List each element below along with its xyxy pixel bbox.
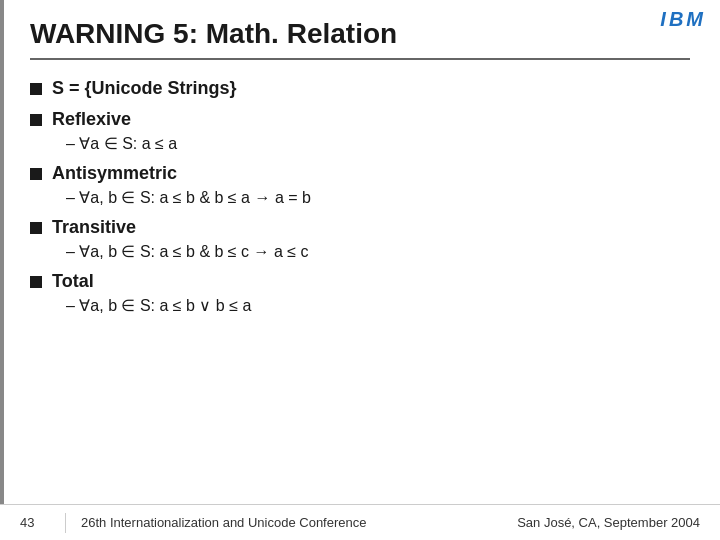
bullet-square-2	[30, 168, 42, 180]
main-bullet-2: Antisymmetric	[30, 163, 690, 184]
section-unicode-strings: S = {Unicode Strings}	[30, 78, 690, 99]
sub-bullet-4: – ∀a, b ∈ S: a ≤ b ∨ b ≤ a	[30, 296, 690, 315]
bullet-label-2: Antisymmetric	[52, 163, 177, 184]
section-transitive: Transitive – ∀a, b ∈ S: a ≤ b & b ≤ c → …	[30, 217, 690, 261]
bullet-square-4	[30, 276, 42, 288]
footer: 43 26th Internationalization and Unicode…	[0, 504, 720, 540]
bullet-square-3	[30, 222, 42, 234]
bullet-square-0	[30, 83, 42, 95]
footer-divider	[65, 513, 66, 533]
section-antisymmetric: Antisymmetric – ∀a, b ∈ S: a ≤ b & b ≤ a…	[30, 163, 690, 207]
slide-title: WARNING 5: Math. Relation	[30, 18, 690, 60]
bullet-label-3: Transitive	[52, 217, 136, 238]
bullet-label-4: Total	[52, 271, 94, 292]
sub-bullet-1: – ∀a ∈ S: a ≤ a	[30, 134, 690, 153]
main-bullet-3: Transitive	[30, 217, 690, 238]
sub-bullet-3: – ∀a, b ∈ S: a ≤ b & b ≤ c → a ≤ c	[30, 242, 690, 261]
section-reflexive: Reflexive – ∀a ∈ S: a ≤ a	[30, 109, 690, 153]
section-total: Total – ∀a, b ∈ S: a ≤ b ∨ b ≤ a	[30, 271, 690, 315]
sub-bullet-2: – ∀a, b ∈ S: a ≤ b & b ≤ a → a = b	[30, 188, 690, 207]
bullet-label-0: S = {Unicode Strings}	[52, 78, 237, 99]
bullet-label-1: Reflexive	[52, 109, 131, 130]
footer-page-number: 43	[20, 515, 50, 530]
slide-content: WARNING 5: Math. Relation S = {Unicode S…	[0, 0, 720, 315]
footer-conference: 26th Internationalization and Unicode Co…	[81, 515, 517, 530]
footer-location: San José, CA, September 2004	[517, 515, 700, 530]
main-bullet-1: Reflexive	[30, 109, 690, 130]
main-bullet-0: S = {Unicode Strings}	[30, 78, 690, 99]
bullet-square-1	[30, 114, 42, 126]
main-bullet-4: Total	[30, 271, 690, 292]
